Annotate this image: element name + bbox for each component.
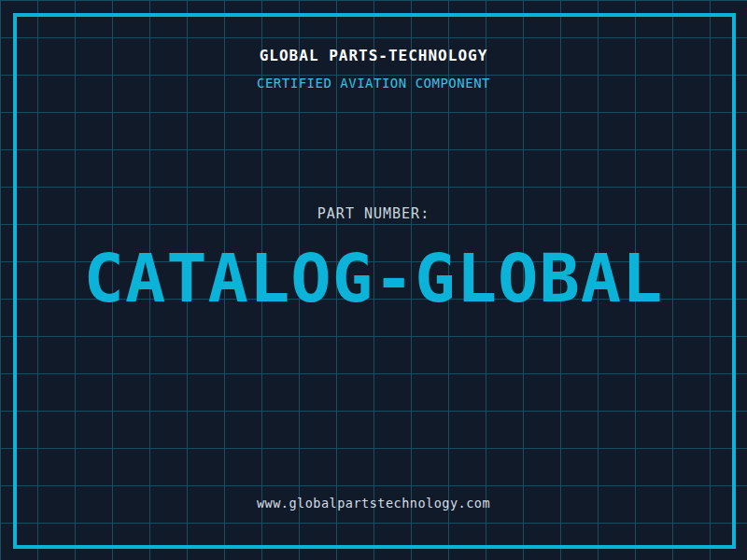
- part-number-label: PART NUMBER:: [0, 205, 747, 222]
- company-name: GLOBAL PARTS-TECHNOLOGY: [0, 47, 747, 64]
- part-number-value: CATALOG-GLOBAL: [0, 245, 747, 312]
- certification-label: CERTIFIED AVIATION COMPONENT: [0, 76, 747, 91]
- website-url: www.globalpartstechnology.com: [0, 496, 747, 511]
- blueprint-background: GLOBAL PARTS-TECHNOLOGY CERTIFIED AVIATI…: [0, 0, 747, 560]
